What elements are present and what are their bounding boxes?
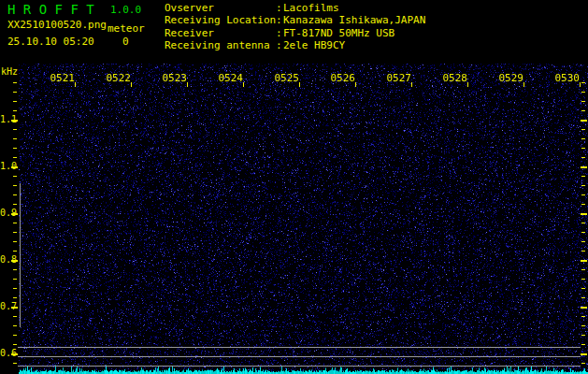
info-label: Receiving antenna: [165, 39, 276, 51]
freq-minor-tick: [581, 325, 585, 326]
info-separator: :: [276, 14, 283, 26]
left-edge-marker-line: [20, 183, 21, 327]
minute-tick: [355, 82, 356, 87]
time-tick-label: 0527: [386, 73, 411, 83]
freq-major-tick: [11, 307, 18, 309]
hrofft-window: H R O F F T 1.0.0 XX2510100520.png meteo…: [0, 0, 588, 374]
receiver-info-row: Receiving Location:Kanazawa Ishikawa,JAP…: [165, 14, 425, 26]
minute-tick: [467, 82, 468, 87]
freq-minor-tick: [13, 110, 17, 111]
freq-minor-tick: [13, 176, 17, 177]
freq-minor-tick: [13, 82, 17, 83]
freq-minor-tick: [13, 297, 17, 298]
info-label: Ovserver: [165, 2, 276, 14]
time-tick-label: 0528: [442, 73, 467, 83]
minute-tick: [411, 82, 412, 87]
freq-minor-tick: [581, 194, 585, 195]
freq-minor-tick: [13, 279, 17, 280]
freq-minor-tick: [581, 335, 585, 336]
freq-minor-tick: [13, 92, 17, 93]
freq-minor-tick: [581, 185, 585, 186]
freq-minor-tick: [13, 316, 17, 317]
minute-tick: [243, 82, 244, 87]
meteor-count-value: 0: [122, 36, 129, 48]
freq-minor-tick: [13, 148, 17, 149]
info-label: Receiver: [165, 27, 276, 39]
calibration-line-2: [18, 356, 581, 357]
freq-minor-tick: [581, 316, 585, 317]
time-tick-label: 0530: [554, 73, 580, 83]
freq-minor-tick: [581, 251, 585, 252]
minute-tick: [131, 82, 132, 87]
output-filename: XX2510100520.png: [7, 19, 107, 31]
freq-minor-tick: [13, 335, 17, 336]
freq-minor-tick: [13, 129, 17, 130]
freq-minor-tick: [13, 269, 17, 270]
freq-minor-tick: [581, 241, 585, 242]
freq-minor-tick: [13, 185, 17, 186]
freq-minor-tick: [13, 363, 17, 364]
freq-minor-tick: [581, 176, 585, 177]
freq-minor-tick: [13, 101, 17, 102]
freq-minor-tick: [581, 204, 585, 205]
freq-minor-tick: [581, 110, 585, 111]
freq-minor-tick: [581, 148, 585, 149]
receiver-info-block: Ovserver:LacofilmsReceiving Location:Kan…: [165, 2, 425, 52]
freq-minor-tick: [13, 223, 17, 223]
freq-minor-tick: [13, 241, 17, 242]
freq-major-tick: [11, 260, 18, 262]
freq-major-tick: [11, 120, 18, 122]
freq-major-tick: [11, 353, 18, 355]
freq-minor-tick: [581, 344, 585, 345]
freq-minor-tick: [581, 82, 585, 83]
info-separator: :: [276, 39, 283, 51]
time-tick-label: 0529: [498, 73, 523, 83]
freq-major-tick: [581, 120, 587, 122]
calibration-line-3: [18, 366, 581, 367]
info-value: Kanazawa Ishikawa,JAPAN: [283, 14, 425, 26]
info-value: FT-817ND 50MHz USB: [283, 27, 394, 39]
freq-minor-tick: [13, 232, 17, 233]
freq-minor-tick: [581, 223, 585, 223]
freq-minor-tick: [13, 194, 17, 195]
freq-minor-tick: [581, 101, 585, 102]
app-version: 1.0.0: [110, 4, 141, 16]
freq-minor-tick: [581, 279, 585, 280]
info-separator: :: [276, 2, 283, 14]
freq-major-tick: [581, 166, 587, 168]
freq-minor-tick: [13, 344, 17, 345]
freq-minor-tick: [581, 297, 585, 298]
freq-minor-tick: [581, 129, 585, 130]
freq-major-tick: [581, 260, 587, 262]
app-title: H R O F F T: [7, 2, 94, 17]
freq-minor-tick: [581, 288, 585, 289]
observation-datetime: 25.10.10 05:20: [7, 36, 94, 48]
freq-minor-tick: [13, 157, 17, 158]
freq-minor-tick: [581, 269, 585, 270]
freq-major-tick: [581, 307, 587, 309]
freq-minor-tick: [581, 92, 585, 93]
freq-major-tick: [11, 213, 18, 215]
minute-tick: [75, 82, 76, 87]
freq-major-tick: [581, 213, 587, 215]
spectrogram-canvas: [19, 64, 588, 374]
info-label: Receiving Location: [165, 14, 276, 26]
time-tick-label: 0524: [218, 73, 243, 83]
minute-tick: [299, 82, 300, 87]
freq-minor-tick: [13, 288, 17, 289]
time-tick-label: 0526: [330, 73, 355, 83]
minute-tick: [187, 82, 188, 87]
freq-minor-tick: [581, 138, 585, 139]
info-separator: :: [276, 27, 283, 39]
freq-axis-unit-label: kHz: [1, 66, 18, 77]
minute-tick: [580, 82, 581, 87]
freq-major-tick: [581, 353, 587, 355]
receiver-info-row: Receiving antenna:2ele HB9CY: [165, 39, 425, 51]
calibration-line-1: [18, 347, 581, 348]
freq-minor-tick: [581, 363, 585, 364]
meteor-count-label: meteor: [108, 22, 145, 35]
minute-tick: [523, 82, 524, 87]
freq-minor-tick: [581, 232, 585, 233]
time-tick-label: 0525: [274, 73, 299, 83]
receiver-info-row: Receiver:FT-817ND 50MHz USB: [165, 27, 425, 39]
